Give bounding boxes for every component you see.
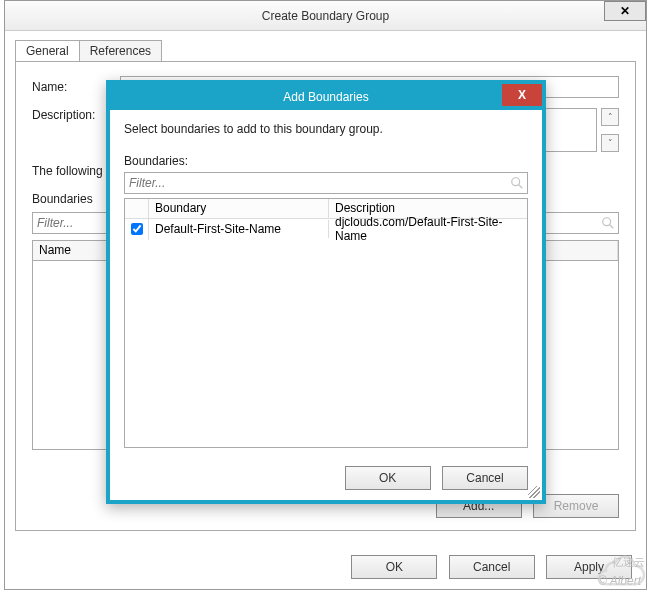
add-boundaries-dialog: Add Boundaries X Select boundaries to ad…	[106, 80, 546, 504]
row-checkbox[interactable]	[131, 223, 143, 235]
modal-titlebar: Add Boundaries X	[110, 84, 542, 110]
modal-boundaries-label: Boundaries:	[124, 154, 528, 168]
modal-cancel-button[interactable]: Cancel	[442, 466, 528, 490]
brand-text: 亿速云	[612, 555, 645, 570]
resize-grip-icon[interactable]	[528, 486, 540, 498]
modal-filter-input[interactable]	[124, 172, 528, 194]
modal-footer: OK Cancel	[337, 466, 528, 490]
tab-general[interactable]: General	[15, 40, 80, 61]
svg-line-3	[519, 185, 523, 189]
modal-filter-wrap	[124, 172, 528, 194]
modal-ok-button[interactable]: OK	[345, 466, 431, 490]
modal-body: Select boundaries to add to this boundar…	[110, 110, 542, 448]
modal-grid: Boundary Description Default-First-Site-…	[124, 198, 528, 448]
modal-col-check	[125, 199, 149, 218]
modal-backdrop: Add Boundaries X Select boundaries to ad…	[0, 0, 649, 592]
search-icon	[510, 176, 524, 190]
modal-close-button[interactable]: X	[502, 84, 542, 106]
modal-instruction: Select boundaries to add to this boundar…	[124, 122, 528, 136]
modal-col-boundary[interactable]: Boundary	[149, 199, 329, 218]
svg-point-2	[512, 178, 520, 186]
row-description: djclouds.com/Default-First-Site-Name	[329, 213, 527, 245]
row-boundary: Default-First-Site-Name	[149, 220, 329, 238]
close-icon: X	[518, 88, 526, 102]
modal-title: Add Boundaries	[283, 90, 368, 104]
table-row[interactable]: Default-First-Site-Name djclouds.com/Def…	[125, 219, 527, 239]
